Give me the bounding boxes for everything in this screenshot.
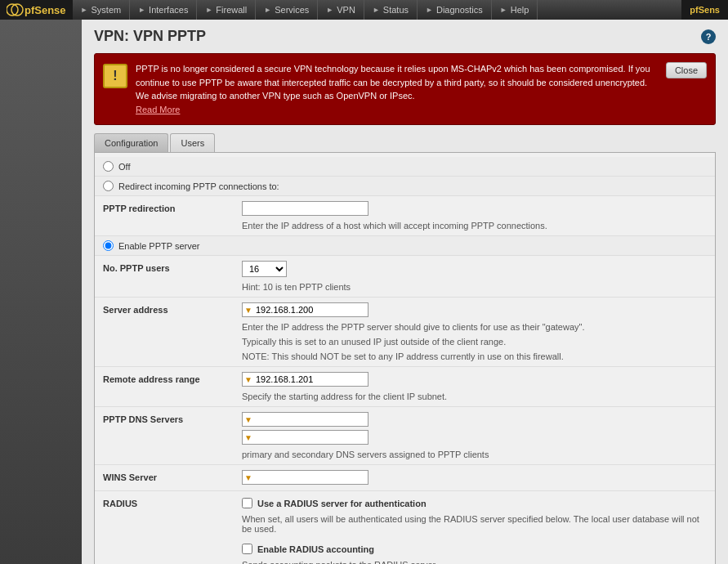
nav-interfaces[interactable]: ► Interfaces <box>130 0 197 20</box>
pptp-dns-secondary-icon: ▼ <box>244 433 252 442</box>
server-address-icon: ▼ <box>244 306 252 315</box>
nav-items: ► System ► Interfaces ► Firewall ► Servi… <box>73 0 682 20</box>
use-radius-checkbox-row: Use a RADIUS server for authentication <box>242 496 707 510</box>
help-icon[interactable]: ? <box>701 29 716 44</box>
nav-help[interactable]: ► Help <box>492 0 538 20</box>
wins-server-input-wrapper: ▼ <box>242 470 368 485</box>
wins-server-icon: ▼ <box>244 473 252 482</box>
radius-row: RADIUS Use a RADIUS server for authentic… <box>95 491 715 564</box>
pptp-dns-secondary-input-wrapper: ▼ <box>242 430 368 445</box>
nav-services[interactable]: ► Services <box>256 0 318 20</box>
use-radius-hint: When set, all users will be authenticate… <box>242 514 707 534</box>
wins-server-row: WINS Server ▼ <box>95 465 715 491</box>
server-address-hint2: Typically this is set to an unused IP ju… <box>242 337 707 347</box>
pptp-redirection-label: PPTP redirection <box>103 201 242 213</box>
pptp-redirection-hint: Enter the IP address of a host which wil… <box>242 221 707 231</box>
enable-accounting-label: Enable RADIUS accounting <box>257 544 374 554</box>
remote-address-range-label: Remote address range <box>103 372 242 384</box>
nav-diagnostics-arrow: ► <box>426 6 433 14</box>
remote-address-range-row: Remote address range ▼ 192.168.1.201 Spe… <box>95 367 715 407</box>
server-address-field: ▼ 192.168.1.200 Enter the IP address the… <box>242 302 707 361</box>
sidebar <box>0 20 82 564</box>
nav-vpn[interactable]: ► VPN <box>318 0 364 20</box>
remote-address-range-input-wrapper: ▼ 192.168.1.201 <box>242 372 368 387</box>
pf-logo: pfSense <box>7 2 66 17</box>
server-address-input[interactable]: 192.168.1.200 <box>242 302 368 317</box>
radius-label: RADIUS <box>103 496 242 508</box>
server-address-row: Server address ▼ 192.168.1.200 Enter the… <box>95 298 715 367</box>
no-pptp-users-field: 16 8 32 64 Hint: 10 is ten PPTP clients <box>242 261 707 292</box>
wins-server-input[interactable] <box>242 470 368 485</box>
pptp-redirection-field: Enter the IP address of a host which wil… <box>242 201 707 231</box>
warning-box: ! PPTP is no longer considered a secure … <box>94 53 716 125</box>
radio-off[interactable] <box>103 161 114 172</box>
no-pptp-users-select[interactable]: 16 8 32 64 <box>242 261 287 277</box>
nav-firewall-label: Firewall <box>216 5 247 15</box>
nav-interfaces-label: Interfaces <box>149 5 188 15</box>
no-pptp-users-hint: Hint: 10 is ten PPTP clients <box>242 282 707 292</box>
radio-redirect-label: Redirect incoming PPTP connections to: <box>118 181 279 191</box>
server-address-hint3: NOTE: This should NOT be set to any IP a… <box>242 351 707 361</box>
nav-status[interactable]: ► Status <box>364 0 418 20</box>
nav-help-arrow: ► <box>500 6 507 14</box>
radio-enable[interactable] <box>103 240 114 251</box>
warning-exclamation-icon: ! <box>103 64 127 88</box>
radio-redirect[interactable] <box>103 181 114 191</box>
nav-status-arrow: ► <box>373 6 380 14</box>
no-pptp-users-label: No. PPTP users <box>103 261 242 273</box>
nav-interfaces-arrow: ► <box>138 6 145 14</box>
pptp-dns-primary-input[interactable] <box>242 412 368 427</box>
nav-diagnostics[interactable]: ► Diagnostics <box>418 0 492 20</box>
pptp-redirection-input[interactable] <box>242 201 368 216</box>
tab-users[interactable]: Users <box>170 133 215 152</box>
config-panel: Off Redirect incoming PPTP connections t… <box>94 153 716 564</box>
nav-system[interactable]: ► System <box>73 0 131 20</box>
pptp-dns-servers-label: PPTP DNS Servers <box>103 412 242 424</box>
nav-firewall-arrow: ► <box>205 6 212 14</box>
radio-off-row: Off <box>95 157 715 177</box>
remote-address-range-input[interactable]: 192.168.1.201 <box>242 372 368 387</box>
server-address-label: Server address <box>103 302 242 315</box>
use-radius-checkbox[interactable] <box>242 498 252 508</box>
warning-text: PPTP is no longer considered a secure VP… <box>136 62 658 116</box>
radio-enable-label: Enable PPTP server <box>118 241 199 251</box>
radio-redirect-row: Redirect incoming PPTP connections to: <box>95 177 715 196</box>
nav-services-arrow: ► <box>264 6 271 14</box>
pfsense-logo-icon <box>7 2 25 17</box>
nav-system-label: System <box>92 5 122 15</box>
nav-services-label: Services <box>275 5 309 15</box>
remote-address-range-field: ▼ 192.168.1.201 Specify the starting add… <box>242 372 707 401</box>
pptp-dns-servers-row: PPTP DNS Servers ▼ ▼ primary and seconda… <box>95 407 715 465</box>
wins-server-label: WINS Server <box>103 470 242 482</box>
nav-right: pfSens <box>681 0 728 20</box>
enable-accounting-hint: Sends accounting packets to the RADIUS s… <box>242 560 707 564</box>
main-layout: VPN: VPN PPTP ? ! PPTP is no longer cons… <box>0 20 728 564</box>
pptp-dns-primary-icon: ▼ <box>244 415 252 424</box>
pptp-dns-primary-input-wrapper: ▼ <box>242 412 368 427</box>
remote-address-range-hint: Specify the starting address for the cli… <box>242 392 707 401</box>
nav-firewall[interactable]: ► Firewall <box>197 0 256 20</box>
pptp-dns-servers-hint: primary and secondary DNS servers assign… <box>242 450 707 459</box>
warning-message: PPTP is no longer considered a secure VP… <box>136 64 650 101</box>
read-more-link[interactable]: Read More <box>136 105 180 114</box>
navbar: pfSense ► System ► Interfaces ► Firewall… <box>0 0 728 20</box>
use-radius-label: Use a RADIUS server for authentication <box>257 499 427 508</box>
nav-diagnostics-label: Diagnostics <box>436 5 483 15</box>
pptp-dns-secondary-input[interactable] <box>242 430 368 445</box>
nav-right-label: pfSens <box>690 5 720 15</box>
nav-system-arrow: ► <box>81 6 88 14</box>
no-pptp-users-row: No. PPTP users 16 8 32 64 Hint: 10 is te… <box>95 256 715 298</box>
nav-vpn-arrow: ► <box>326 6 333 14</box>
radius-field: Use a RADIUS server for authentication W… <box>242 496 707 564</box>
radio-off-label: Off <box>118 162 130 172</box>
brand-label: pfSense <box>25 4 66 16</box>
remote-address-range-icon: ▼ <box>244 375 252 384</box>
page-title: VPN: VPN PPTP <box>94 28 206 45</box>
wins-server-field: ▼ <box>242 470 707 485</box>
tab-configuration[interactable]: Configuration <box>94 133 168 152</box>
enable-accounting-checkbox-row: Enable RADIUS accounting <box>242 542 707 556</box>
server-address-input-wrapper: ▼ 192.168.1.200 <box>242 302 368 317</box>
pptp-dns-servers-field: ▼ ▼ primary and secondary DNS servers as… <box>242 412 707 459</box>
close-button[interactable]: Close <box>666 62 707 78</box>
enable-accounting-checkbox[interactable] <box>242 544 252 554</box>
